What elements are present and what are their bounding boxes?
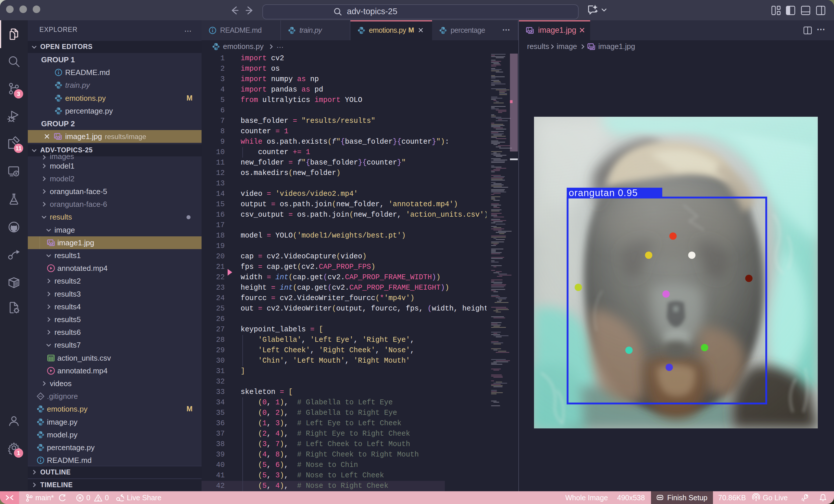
svg-text:orangutan 0.95: orangutan 0.95 xyxy=(569,188,638,198)
